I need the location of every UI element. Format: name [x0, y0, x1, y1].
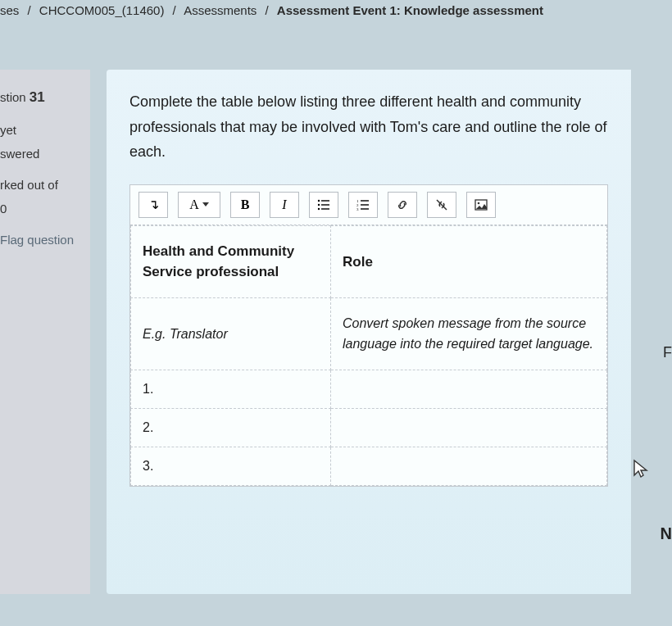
- breadcrumb-item[interactable]: Assessments: [184, 3, 257, 17]
- row1-professional[interactable]: 1.: [131, 370, 331, 408]
- unordered-list-button[interactable]: [309, 192, 338, 218]
- question-sidebar: stion 31 yet swered rked out of 0 Flag q…: [0, 70, 90, 594]
- question-prompt: Complete the table below listing three d…: [129, 89, 608, 165]
- row2-professional[interactable]: 2.: [131, 408, 331, 447]
- mouse-cursor-icon: [633, 459, 649, 480]
- table-row[interactable]: 3.: [131, 447, 607, 485]
- breadcrumb-item[interactable]: CHCCOM005_(11460): [39, 3, 165, 17]
- breadcrumb-item[interactable]: ses: [0, 3, 19, 17]
- svg-text:3: 3: [356, 207, 359, 211]
- answer-table[interactable]: Health and Community Service professiona…: [130, 225, 607, 486]
- flag-question-link[interactable]: Flag question: [0, 229, 82, 252]
- table-header-row: Health and Community Service professiona…: [131, 225, 607, 297]
- col-header-professional: Health and Community Service professiona…: [131, 225, 331, 297]
- chevron-down-icon: [202, 202, 209, 206]
- svg-rect-5: [321, 208, 329, 209]
- question-content: Complete the table below listing three d…: [107, 70, 631, 594]
- cutoff-text: N: [661, 524, 672, 543]
- link-icon: [396, 198, 409, 211]
- row2-role[interactable]: [331, 408, 607, 447]
- answer-status: yet swered: [0, 119, 82, 166]
- breadcrumb-sep: /: [173, 3, 176, 17]
- breadcrumb-current: Assessment Event 1: Knowledge assessment: [277, 3, 543, 17]
- bold-button[interactable]: B: [230, 192, 260, 218]
- question-number: stion 31: [0, 84, 82, 111]
- svg-rect-7: [361, 200, 369, 201]
- svg-point-14: [478, 202, 480, 204]
- marked-out-of: rked out of 0: [0, 174, 82, 220]
- font-label: A: [189, 197, 199, 212]
- toolbar-expand-button[interactable]: ↴: [138, 192, 168, 218]
- image-icon: [474, 198, 488, 211]
- breadcrumb-sep: /: [266, 3, 269, 17]
- svg-rect-11: [361, 208, 369, 209]
- list-ol-icon: 123: [356, 198, 370, 211]
- row3-role[interactable]: [331, 447, 607, 485]
- cutoff-text: F: [663, 344, 672, 361]
- example-role: Convert spoken message from the source l…: [331, 297, 607, 370]
- example-professional: E.g. Translator: [131, 297, 331, 370]
- svg-point-0: [318, 200, 320, 202]
- svg-rect-9: [361, 204, 369, 205]
- list-ul-icon: [317, 198, 330, 211]
- table-row[interactable]: 2.: [131, 408, 607, 447]
- ordered-list-button[interactable]: 123: [348, 192, 378, 218]
- svg-rect-3: [321, 204, 329, 205]
- editor-toolbar: ↴ A B I 123: [130, 185, 607, 225]
- image-button[interactable]: [466, 192, 496, 218]
- row3-professional[interactable]: 3.: [131, 447, 331, 485]
- svg-point-4: [318, 208, 320, 210]
- rich-text-editor[interactable]: ↴ A B I 123: [129, 184, 608, 487]
- breadcrumb-sep: /: [28, 3, 31, 17]
- table-example-row: E.g. Translator Convert spoken message f…: [131, 297, 607, 370]
- col-header-role: Role: [331, 225, 607, 297]
- unlink-icon: [435, 198, 448, 211]
- expand-icon: ↴: [148, 197, 159, 212]
- svg-line-12: [437, 200, 447, 210]
- row1-role[interactable]: [331, 370, 607, 408]
- font-style-dropdown[interactable]: A: [178, 192, 220, 218]
- breadcrumb: ses / CHCCOM005_(11460) / Assessments / …: [0, 0, 672, 20]
- table-row[interactable]: 1.: [131, 370, 607, 408]
- unlink-button[interactable]: [427, 192, 456, 218]
- italic-button[interactable]: I: [270, 192, 299, 218]
- link-button[interactable]: [388, 192, 417, 218]
- svg-rect-1: [321, 200, 329, 201]
- svg-point-2: [318, 204, 320, 206]
